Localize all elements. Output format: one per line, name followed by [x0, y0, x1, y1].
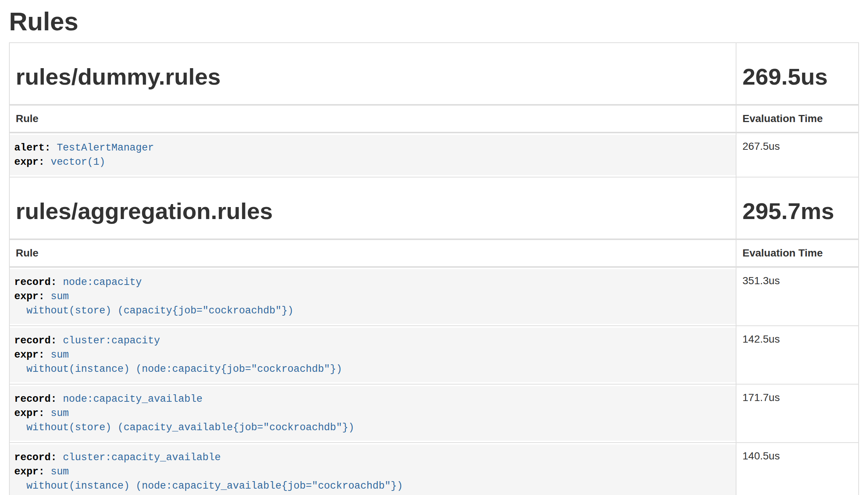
group-file-title: rules/dummy.rules — [16, 64, 730, 89]
rule-code-line: alert: TestAlertManager — [14, 141, 731, 155]
rule-code-block: alert: TestAlertManager expr: vector(1) — [10, 135, 736, 175]
rule-key-expr: expr: — [14, 291, 51, 302]
rule-row: alert: TestAlertManager expr: vector(1) … — [9, 133, 859, 177]
rule-code-block: record: node:capacity expr: sum without(… — [10, 269, 736, 324]
group-header-row: rules/aggregation.rules 295.7ms — [9, 177, 859, 239]
rule-code-block: record: cluster:capacity expr: sum witho… — [10, 328, 736, 382]
group-eval-cell: 269.5us — [736, 43, 859, 105]
cols-header-row: Rule Evaluation Time — [9, 105, 859, 133]
rule-cell: record: cluster:capacity_available expr:… — [9, 443, 736, 495]
eval-time-column-header: Evaluation Time — [736, 239, 859, 267]
group-total-eval-time: 295.7ms — [742, 198, 852, 224]
rule-code-line: record: cluster:capacity — [14, 334, 731, 348]
rule-key-record: record: — [14, 335, 63, 346]
rule-code-line: expr: vector(1) — [14, 155, 731, 169]
rule-column-header: Rule — [9, 105, 736, 133]
rule-cell: record: cluster:capacity expr: sum witho… — [9, 326, 736, 384]
rule-eval-time: 142.5us — [736, 326, 859, 384]
group-header-row: rules/dummy.rules 269.5us — [9, 43, 859, 105]
rules-table: rules/dummy.rules 269.5us Rule Evaluatio… — [9, 42, 859, 495]
group-eval-cell: 295.7ms — [736, 177, 859, 239]
group-file-cell: rules/aggregation.rules — [9, 177, 736, 239]
rule-key-expr: expr: — [14, 349, 51, 361]
rule-row: record: node:capacity expr: sum without(… — [9, 267, 859, 326]
rule-row: record: cluster:capacity_available expr:… — [9, 443, 859, 495]
rule-expr-link[interactable]: sum without(instance) (node:capacity{job… — [14, 349, 342, 375]
rule-code-line: expr: sum without(store) (capacity_avail… — [14, 406, 731, 435]
rule-cell: record: node:capacity expr: sum without(… — [9, 267, 736, 326]
rule-code-line: record: node:capacity_available — [14, 392, 731, 406]
rule-expr-link[interactable]: sum without(store) (capacity_available{j… — [14, 408, 354, 433]
rule-code-block: record: node:capacity_available expr: su… — [10, 386, 736, 441]
rule-code-block: record: cluster:capacity_available expr:… — [10, 444, 736, 495]
rule-code-line: expr: sum without(store) (capacity{job="… — [14, 289, 731, 318]
record-name-link[interactable]: cluster:capacity — [63, 335, 160, 346]
rule-eval-time: 171.7us — [736, 384, 859, 443]
rules-page: Rules rules/dummy.rules 269.5us Rule Eva… — [0, 7, 868, 495]
page-title: Rules — [9, 7, 859, 36]
rule-key-expr: expr: — [14, 466, 51, 477]
eval-time-column-header: Evaluation Time — [736, 105, 859, 133]
record-name-link[interactable]: node:capacity — [63, 277, 142, 288]
rule-cell: alert: TestAlertManager expr: vector(1) — [9, 133, 736, 177]
cols-header-row: Rule Evaluation Time — [9, 239, 859, 267]
rule-expr-link[interactable]: vector(1) — [51, 157, 105, 168]
rule-code-line: expr: sum without(instance) (node:capaci… — [14, 465, 731, 493]
rule-code-line: expr: sum without(instance) (node:capaci… — [14, 348, 731, 376]
rule-key-record: record: — [14, 452, 63, 463]
group-file-cell: rules/dummy.rules — [9, 43, 736, 105]
rule-eval-time: 267.5us — [736, 133, 859, 177]
rule-key-expr: expr: — [14, 157, 51, 168]
rule-row: record: node:capacity_available expr: su… — [9, 384, 859, 443]
record-name-link[interactable]: node:capacity_available — [63, 394, 203, 405]
rule-key-record: record: — [14, 394, 63, 405]
rule-eval-time: 140.5us — [736, 443, 859, 495]
rule-key-expr: expr: — [14, 408, 51, 419]
rule-eval-time: 351.3us — [736, 267, 859, 326]
group-file-title: rules/aggregation.rules — [16, 198, 730, 224]
rule-code-line: record: cluster:capacity_available — [14, 450, 731, 465]
rule-row: record: cluster:capacity expr: sum witho… — [9, 326, 859, 384]
rule-column-header: Rule — [9, 239, 736, 267]
rule-key-alert: alert: — [14, 142, 57, 154]
rule-code-line: record: node:capacity — [14, 275, 731, 289]
rule-expr-link[interactable]: sum without(store) (capacity{job="cockro… — [14, 291, 293, 316]
rule-cell: record: node:capacity_available expr: su… — [9, 384, 736, 443]
alert-name-link[interactable]: TestAlertManager — [57, 142, 154, 154]
rule-key-record: record: — [14, 277, 63, 288]
rule-expr-link[interactable]: sum without(instance) (node:capacity_ava… — [14, 466, 403, 492]
group-total-eval-time: 269.5us — [742, 64, 852, 89]
record-name-link[interactable]: cluster:capacity_available — [63, 452, 221, 463]
